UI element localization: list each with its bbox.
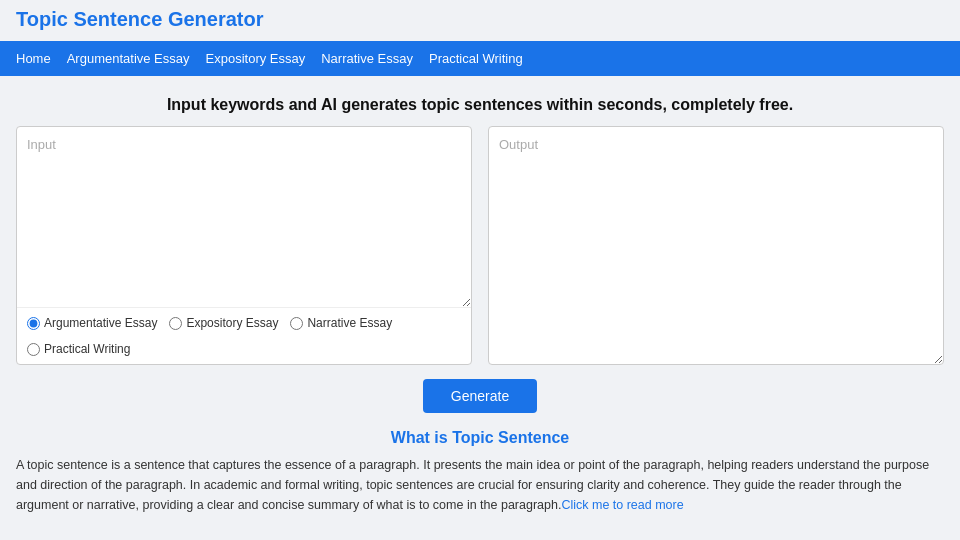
navigation: Home Argumentative Essay Expository Essa… (0, 41, 960, 76)
radio-practical-label: Practical Writing (44, 342, 130, 356)
radio-argumentative[interactable]: Argumentative Essay (27, 316, 157, 330)
generate-row: Generate (0, 365, 960, 429)
what-is-section: What is Topic Sentence A topic sentence … (0, 429, 960, 535)
input-textarea[interactable] (17, 127, 471, 307)
what-is-title: What is Topic Sentence (16, 429, 944, 447)
what-is-body: A topic sentence is a sentence that capt… (16, 455, 944, 515)
hero-text: Input keywords and AI generates topic se… (0, 76, 960, 126)
radio-expository[interactable]: Expository Essay (169, 316, 278, 330)
nav-item-argumentative-essay[interactable]: Argumentative Essay (67, 51, 190, 66)
header: Topic Sentence Generator (0, 0, 960, 41)
main-panel: Argumentative Essay Expository Essay Nar… (0, 126, 960, 365)
read-more-link[interactable]: Click me to read more (561, 498, 683, 512)
radio-narrative[interactable]: Narrative Essay (290, 316, 392, 330)
radio-narrative-label: Narrative Essay (307, 316, 392, 330)
radio-expository-label: Expository Essay (186, 316, 278, 330)
radio-row: Argumentative Essay Expository Essay Nar… (17, 307, 471, 364)
nav-item-home[interactable]: Home (16, 51, 51, 66)
radio-argumentative-label: Argumentative Essay (44, 316, 157, 330)
nav-item-practical-writing[interactable]: Practical Writing (429, 51, 523, 66)
nav-item-narrative-essay[interactable]: Narrative Essay (321, 51, 413, 66)
output-box (488, 126, 944, 365)
page-title: Topic Sentence Generator (16, 8, 944, 31)
output-textarea[interactable] (489, 127, 943, 364)
generate-button[interactable]: Generate (423, 379, 537, 413)
radio-practical[interactable]: Practical Writing (27, 342, 130, 356)
nav-item-expository-essay[interactable]: Expository Essay (206, 51, 306, 66)
input-box: Argumentative Essay Expository Essay Nar… (16, 126, 472, 365)
